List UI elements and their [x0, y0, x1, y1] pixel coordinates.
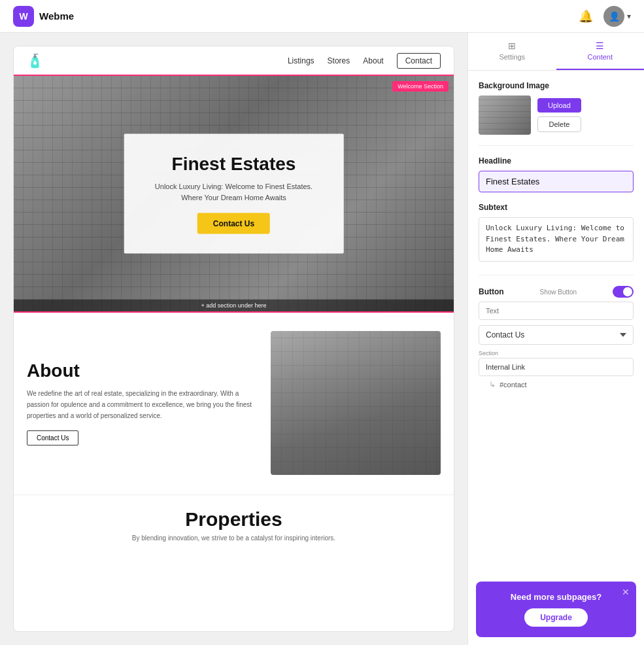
headline-section: Headline — [479, 156, 634, 192]
bg-image-row: Upload Delete — [479, 96, 634, 135]
show-button-label: Show Button — [539, 288, 577, 296]
properties-subtitle: By blending innovation, we strive to be … — [27, 534, 441, 542]
top-nav-right: 🔔 👤 ▾ — [579, 6, 631, 27]
upgrade-button[interactable]: Upgrade — [524, 608, 588, 627]
button-row: Button Show Button — [479, 286, 634, 298]
top-nav-left: W Webme — [13, 6, 74, 27]
bg-btn-group: Upload Delete — [537, 98, 581, 132]
settings-tab-label: Settings — [499, 53, 525, 61]
bell-icon[interactable]: 🔔 — [579, 9, 593, 24]
nav-link-about[interactable]: About — [363, 56, 383, 65]
welcome-section-badge: Welcome Section — [392, 81, 449, 92]
about-image — [271, 331, 441, 475]
bg-thumb-visual — [479, 96, 531, 135]
internal-link-row — [479, 358, 634, 376]
content-icon: ☰ — [596, 41, 604, 51]
about-contact-button[interactable]: Contact Us — [27, 430, 78, 445]
right-panel: ⊞ Settings ☰ Content Background Image Up… — [467, 33, 644, 645]
preview-logo-icon: 🧴 — [27, 53, 43, 69]
about-text: About We redefine the art of real estate… — [27, 360, 258, 445]
headline-input[interactable] — [479, 171, 634, 192]
tab-content[interactable]: ☰ Content — [556, 33, 645, 70]
top-nav: W Webme 🔔 👤 ▾ — [0, 0, 644, 33]
left-area: 🧴 Listings Stores About Contact Welcome … — [0, 33, 467, 645]
preview-nav-links: Listings Stores About Contact — [288, 53, 441, 69]
upgrade-title: Need more subpages? — [486, 592, 626, 602]
about-section: About We redefine the art of real estate… — [14, 311, 454, 495]
divider-1 — [479, 145, 634, 146]
nav-link-contact[interactable]: Contact — [397, 53, 441, 69]
about-image-visual — [271, 331, 441, 475]
main-layout: 🧴 Listings Stores About Contact Welcome … — [0, 33, 644, 645]
divider-2 — [479, 275, 634, 275]
hash-link-value: #contact — [500, 381, 527, 389]
headline-label: Headline — [479, 156, 634, 166]
panel-tabs: ⊞ Settings ☰ Content — [468, 33, 644, 71]
hero-subtitle: Unlock Luxury Living: Welcome to Finest … — [150, 181, 318, 203]
hash-arrow-icon: ↳ — [489, 380, 496, 389]
app-logo: W — [13, 6, 34, 27]
hero-title: Finest Estates — [150, 154, 318, 175]
contact-us-select[interactable]: Contact Us — [479, 325, 634, 345]
upgrade-close-button[interactable]: ✕ — [622, 587, 630, 597]
background-image-section: Background Image Upload Delete — [479, 81, 634, 135]
content-tab-label: Content — [587, 53, 613, 61]
button-section-label: Button — [479, 287, 504, 296]
nav-link-stores[interactable]: Stores — [328, 56, 350, 65]
upload-button[interactable]: Upload — [537, 98, 581, 113]
show-button-toggle[interactable] — [613, 286, 634, 298]
properties-heading: Properties — [27, 508, 441, 531]
hash-link-row: ↳ #contact — [479, 380, 634, 389]
preview-nav: 🧴 Listings Stores About Contact — [14, 46, 454, 76]
bg-image-label: Background Image — [479, 81, 634, 90]
hero-content-box: Finest Estates Unlock Luxury Living: Wel… — [124, 134, 344, 254]
chevron-down-icon: ▾ — [627, 12, 631, 21]
upgrade-banner: ✕ Need more subpages? Upgrade — [476, 582, 636, 637]
settings-icon: ⊞ — [508, 41, 516, 51]
avatar-area[interactable]: 👤 ▾ — [603, 6, 631, 27]
section-sublabel: Section — [479, 350, 634, 357]
panel-body: Background Image Upload Delete Headline — [468, 71, 644, 574]
button-text-input[interactable] — [479, 302, 634, 320]
hero-section: Welcome Section Finest Estates Unlock Lu… — [14, 76, 454, 311]
avatar: 👤 — [603, 6, 624, 27]
about-heading: About — [27, 360, 258, 381]
subtext-label: Subtext — [479, 203, 634, 212]
nav-link-listings[interactable]: Listings — [288, 56, 314, 65]
properties-section: Properties By blending innovation, we st… — [14, 495, 454, 555]
delete-button[interactable]: Delete — [537, 116, 581, 132]
subtext-textarea[interactable]: Unlock Luxury Living: Welcome to Finest … — [479, 217, 634, 262]
website-preview: 🧴 Listings Stores About Contact Welcome … — [13, 46, 454, 632]
app-name: Webme — [39, 10, 74, 22]
internal-link-input[interactable] — [479, 358, 634, 376]
about-body: We redefine the art of real estate, spec… — [27, 388, 258, 421]
hero-cta-button[interactable]: Contact Us — [197, 213, 270, 234]
button-section: Button Show Button Contact Us Section ↳ … — [479, 286, 634, 389]
bg-thumbnail — [479, 96, 531, 135]
tab-settings[interactable]: ⊞ Settings — [468, 33, 556, 70]
subtext-section: Subtext Unlock Luxury Living: Welcome to… — [479, 203, 634, 264]
add-section-bar[interactable]: + add section under here — [14, 300, 454, 311]
